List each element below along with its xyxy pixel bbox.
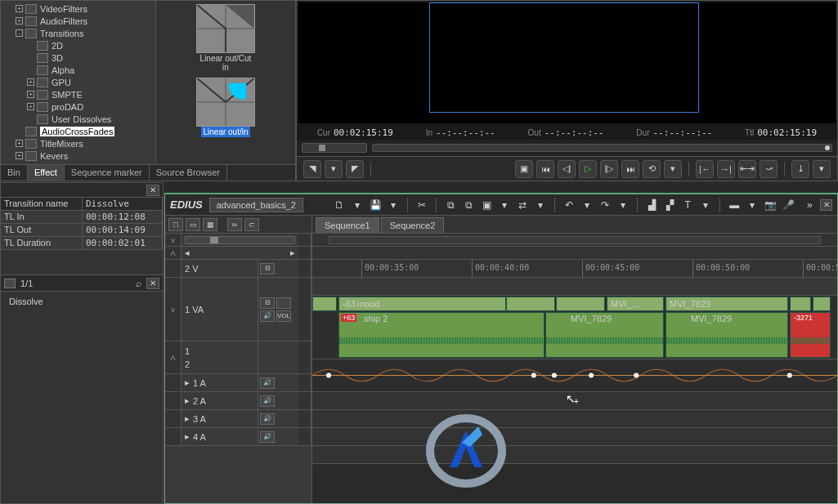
mark-dropdown[interactable]: ▾: [325, 160, 343, 178]
chevron-right-icon[interactable]: ▸: [185, 431, 190, 442]
tree-item[interactable]: +TitleMixers: [1, 137, 155, 149]
track-patch-a[interactable]: A: [165, 247, 181, 259]
paste-insert-icon[interactable]: ▣: [479, 198, 494, 212]
audio-clip[interactable]: MVI_7829: [665, 312, 788, 358]
timeline-scrollbar[interactable]: [329, 236, 821, 244]
fast-forward-button[interactable]: ⏭: [621, 160, 639, 178]
snap-button[interactable]: ⊂: [244, 218, 259, 231]
rewind-button[interactable]: ⏮: [536, 160, 554, 178]
tree-item[interactable]: +VideoFilters: [1, 2, 155, 15]
audio-mute-icon[interactable]: 🔊: [260, 431, 275, 443]
chevron-right-icon[interactable]: ▸: [185, 413, 190, 424]
replace-icon[interactable]: ⇄: [515, 198, 530, 212]
paste-icon[interactable]: ⧉: [461, 198, 476, 212]
ripple-button[interactable]: ∞: [227, 218, 242, 231]
save-icon[interactable]: 💾: [368, 198, 383, 212]
tab-bin[interactable]: Bin: [1, 165, 28, 181]
close-timeline-button[interactable]: ✕: [820, 199, 832, 211]
stop-button[interactable]: ▣: [515, 160, 533, 178]
vol-label[interactable]: VOL: [276, 310, 291, 322]
dur-tc[interactable]: --:--:--:--: [652, 127, 712, 138]
expand-toggle[interactable]: -: [16, 29, 23, 37]
next-frame-button[interactable]: |▷: [600, 160, 618, 178]
track-1va-header[interactable]: 1 VA: [181, 278, 258, 341]
track-patch-va[interactable]: v: [165, 278, 181, 341]
patch-toggle[interactable]: [298, 278, 311, 341]
position-slider[interactable]: [372, 144, 832, 152]
replace-dropdown[interactable]: ▾: [533, 198, 548, 212]
video-mute-icon[interactable]: ⊟: [260, 297, 275, 309]
render-icon[interactable]: ▬: [727, 198, 742, 212]
tree-item[interactable]: +SMPTE: [1, 88, 155, 100]
expand-toggle[interactable]: +: [27, 91, 34, 98]
tree-item[interactable]: +proDAD: [1, 100, 155, 113]
set-in-button[interactable]: ◥: [303, 160, 321, 178]
audio-mute-icon[interactable]: 🔊: [260, 395, 275, 407]
export-dropdown[interactable]: ▾: [813, 160, 831, 178]
tree-item[interactable]: AudioCrossFades: [1, 125, 155, 137]
cut-icon[interactable]: ✂: [415, 198, 429, 212]
mode-trim-button[interactable]: ▭: [186, 218, 200, 231]
tree-item[interactable]: -Transitions: [1, 27, 155, 39]
in-tc[interactable]: --:--:--:--: [436, 127, 495, 138]
patch-toggle[interactable]: [298, 341, 311, 373]
effects-tree[interactable]: +VideoFilters+AudioFilters-Transitions2D…: [1, 1, 156, 164]
jump-cut-button[interactable]: ⇤⇥: [738, 160, 756, 178]
title-icon[interactable]: T: [680, 198, 695, 212]
chevron-right-icon[interactable]: ▸: [185, 395, 190, 406]
timeline-tracks[interactable]: 00:00:35:0000:00:40:0000:00:45:0000:00:5…: [312, 234, 837, 503]
copy-icon[interactable]: ⧉: [443, 198, 458, 212]
out-tc[interactable]: --:--:--:--: [544, 127, 604, 138]
video-clip[interactable]: [312, 297, 337, 311]
track-1a-lane[interactable]: [312, 392, 837, 410]
audio-clip[interactable]: -3271: [790, 312, 831, 358]
track-2v-lane[interactable]: [312, 278, 837, 296]
bin-list[interactable]: Dissolve: [1, 292, 163, 503]
tree-item[interactable]: 2D: [1, 39, 155, 51]
sequence-tab-1[interactable]: Sequence1: [316, 217, 379, 233]
audio-clip[interactable]: +63ship 2: [338, 312, 544, 358]
track-4a-lane[interactable]: [312, 446, 837, 464]
expand-toggle[interactable]: +: [27, 103, 34, 110]
zoom-slider[interactable]: [185, 236, 295, 244]
expand-toggle[interactable]: +: [16, 140, 23, 147]
video-clip[interactable]: -63mood: [338, 297, 506, 311]
redo-dropdown[interactable]: ▾: [616, 198, 630, 212]
expand-toggle[interactable]: +: [16, 5, 23, 12]
loop-dropdown[interactable]: ▾: [664, 160, 682, 178]
audio-mute-icon[interactable]: 🔊: [260, 377, 275, 389]
chevron-right-icon[interactable]: ▸: [290, 248, 295, 258]
redo-icon[interactable]: ↷: [598, 198, 612, 212]
bin-item[interactable]: Dissolve: [4, 295, 159, 308]
video-clip[interactable]: MVI_7829: [665, 297, 788, 311]
tab-effect[interactable]: Effect: [28, 165, 65, 181]
ttl-tc[interactable]: 00:02:15:19: [757, 127, 817, 138]
play-around-button[interactable]: ⤻: [760, 160, 778, 178]
prev-frame-button[interactable]: ◁|: [558, 160, 576, 178]
capture-icon[interactable]: 📷: [763, 198, 778, 212]
video-clip[interactable]: [506, 297, 555, 311]
set-out-button[interactable]: ◤: [346, 160, 364, 178]
prev-edit-button[interactable]: |←: [696, 160, 714, 178]
patch-toggle[interactable]: [298, 247, 311, 259]
track-3a-lane[interactable]: [312, 428, 837, 446]
tree-item[interactable]: +Kevers: [1, 149, 155, 162]
tab-source-browser[interactable]: Source Browser: [150, 165, 227, 181]
video-mute-icon[interactable]: ⊟: [260, 263, 275, 274]
lock-icon[interactable]: [276, 297, 291, 309]
maximize-icon[interactable]: »: [802, 198, 817, 212]
video-clip[interactable]: [790, 297, 811, 311]
tree-item[interactable]: 3D: [1, 51, 155, 64]
preview-monitor[interactable]: [298, 2, 836, 123]
open-icon[interactable]: ▾: [350, 198, 365, 212]
project-name[interactable]: advanced_basics_2: [209, 198, 303, 212]
sequence-tab-2[interactable]: Sequence2: [381, 217, 445, 233]
undo-dropdown[interactable]: ▾: [580, 198, 594, 212]
play-button[interactable]: ▷: [579, 160, 597, 178]
cur-tc[interactable]: 00:02:15:19: [334, 127, 393, 138]
track-2a-header[interactable]: ▸2 A: [181, 392, 258, 409]
expand-toggle[interactable]: +: [16, 17, 23, 25]
toggle-a-icon[interactable]: ▟: [644, 198, 659, 212]
track-3a-header[interactable]: ▸3 A: [181, 410, 258, 427]
close-bin-button[interactable]: ✕: [146, 278, 159, 289]
